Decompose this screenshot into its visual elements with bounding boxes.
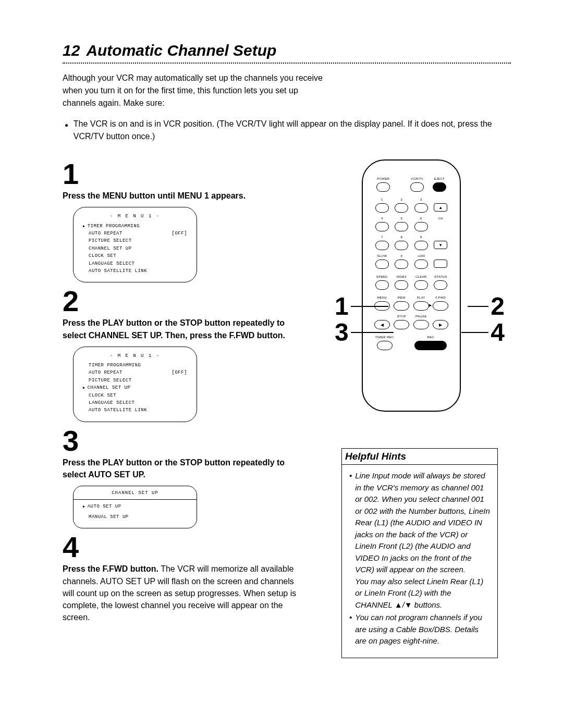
step-number: 2 xyxy=(63,287,308,316)
remote-button xyxy=(414,241,428,250)
step-heading: Press the MENU button until MENU 1 appea… xyxy=(63,190,308,202)
intro-bullet-list: The VCR is on and is in VCR position. (T… xyxy=(65,118,511,143)
bullet-icon xyxy=(65,118,69,143)
remote-callout-2: 2 xyxy=(468,292,505,320)
remote-button xyxy=(375,222,389,231)
remote-callout-3: 3 xyxy=(335,318,394,347)
step-heading: Press the PLAY button or the STOP button… xyxy=(63,456,308,480)
right-column: POWER VCR/TV EJECT 1 2 3 ▲ xyxy=(328,155,511,658)
remote-callout-4: 4 xyxy=(461,318,505,347)
osd-title: - M E N U 1 - xyxy=(83,352,187,360)
helpful-hints-title: Helpful Hints xyxy=(342,448,497,465)
remote-play-button: ▶ xyxy=(413,301,429,311)
remote-button xyxy=(394,301,409,311)
remote-ffwd-button xyxy=(433,301,448,311)
remote-button xyxy=(414,222,428,231)
steps-column: 1 Press the MENU button until MENU 1 app… xyxy=(63,155,308,658)
remote-illustration: POWER VCR/TV EJECT 1 2 3 ▲ xyxy=(344,159,495,420)
remote-button xyxy=(434,260,447,268)
page-title: Automatic Channel Setup xyxy=(86,42,276,59)
step-heading: Press the PLAY button or the STOP button… xyxy=(63,317,308,341)
remote-button: ▶ xyxy=(433,320,448,329)
remote-button xyxy=(414,260,428,269)
remote-button xyxy=(375,241,389,250)
remote-button: ▲ xyxy=(434,203,447,212)
osd-title: CHANNEL SET UP xyxy=(74,489,197,499)
step-number: 4 xyxy=(63,533,308,562)
remote-button xyxy=(433,182,446,192)
remote-button xyxy=(395,203,408,213)
intro-bullet: The VCR is on and is in VCR position. (T… xyxy=(65,118,511,143)
remote-button xyxy=(434,280,447,290)
remote-callout-1: 1 xyxy=(335,292,388,320)
remote-button xyxy=(414,203,428,213)
remote-button xyxy=(414,280,428,290)
intro-paragraph: Although your VCR may automatically set … xyxy=(63,72,334,109)
remote-stop-button xyxy=(394,320,409,329)
remote-button xyxy=(375,260,389,269)
intro-bullet-text: The VCR is on and is in VCR position. (T… xyxy=(74,118,511,143)
osd-menu1-a: - M E N U 1 - TIMER PROGRAMMING AUTO REP… xyxy=(73,207,197,282)
page-number: 12 xyxy=(63,42,80,59)
remote-button xyxy=(395,260,408,269)
osd-title: - M E N U 1 - xyxy=(83,213,187,220)
remote-button xyxy=(376,182,390,192)
remote-button xyxy=(375,203,389,213)
page-title-row: 12 Automatic Channel Setup xyxy=(63,42,511,59)
helpful-hints-box: Helpful Hints •Line Input mode will alwa… xyxy=(341,448,498,658)
step-body: Press the F.FWD button. The VCR will mem… xyxy=(63,563,308,623)
title-divider xyxy=(63,63,511,64)
step-lead: Press the F.FWD button. xyxy=(63,564,158,573)
remote-button: ▼ xyxy=(434,241,447,249)
step-number: 1 xyxy=(63,159,308,189)
remote-button xyxy=(410,182,424,192)
remote-body: POWER VCR/TV EJECT 1 2 3 ▲ xyxy=(362,159,461,412)
remote-button xyxy=(395,241,408,250)
remote-button xyxy=(395,280,408,290)
hint-item: •Line Input mode will always be stored i… xyxy=(349,470,490,611)
remote-button xyxy=(413,320,429,329)
remote-button xyxy=(395,222,408,231)
step-number: 3 xyxy=(63,426,308,455)
hint-item: •You can not program channels if you are… xyxy=(349,612,490,647)
remote-button xyxy=(375,280,389,290)
remote-rec-button xyxy=(414,341,447,350)
osd-channel-setup: CHANNEL SET UP AUTO SET UP MANUAL SET UP xyxy=(73,486,197,528)
osd-menu1-b: - M E N U 1 - TIMER PROGRAMMING AUTO REP… xyxy=(73,347,197,422)
